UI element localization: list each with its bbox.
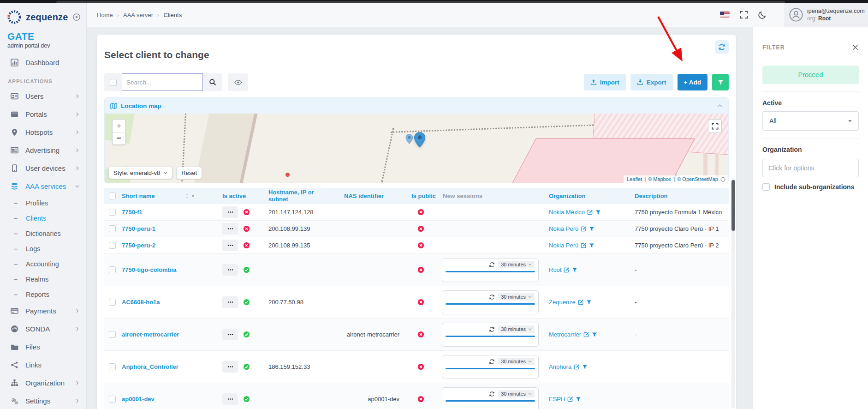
refresh-icon[interactable] (489, 359, 495, 365)
organization-link[interactable]: Root (549, 266, 561, 273)
refresh-icon[interactable] (489, 326, 495, 332)
new-sessions-widget[interactable]: 30 minutes (442, 355, 539, 379)
user-menu[interactable]: ipena@zequenze.com org: Root (784, 3, 868, 27)
search-input[interactable] (122, 73, 203, 91)
edit-icon[interactable] (581, 226, 587, 232)
close-icon[interactable] (852, 44, 859, 51)
visibility-button[interactable] (228, 73, 248, 91)
interval-select[interactable]: 30 minutes (498, 358, 535, 365)
funnel-icon[interactable] (595, 210, 601, 215)
sidebar-item-aaa-services[interactable]: AAA services (0, 177, 86, 195)
edit-icon[interactable] (581, 242, 587, 248)
select-all-checkbox[interactable] (110, 79, 117, 86)
organization-link[interactable]: Nokia México (549, 209, 585, 216)
row-actions-button[interactable] (222, 393, 238, 405)
sidebar-subitem-profiles[interactable]: –Profiles (0, 195, 86, 211)
funnel-icon[interactable] (576, 397, 581, 402)
row-checkbox[interactable] (109, 225, 116, 232)
info-icon[interactable] (720, 177, 725, 182)
column-header-nas[interactable]: NAS identifier (333, 192, 402, 199)
map-zoom-in-button[interactable]: + (113, 120, 125, 132)
client-name-link[interactable]: 7750-peru-2 (122, 242, 155, 249)
row-actions-button[interactable] (222, 206, 238, 218)
interval-select[interactable]: 30 minutes (498, 325, 535, 333)
client-name-link[interactable]: 7750-tigo-colombia (122, 266, 176, 273)
funnel-icon[interactable] (589, 226, 595, 232)
organization-link[interactable]: Anphora (549, 363, 571, 370)
location-map-header[interactable]: Location map (105, 98, 728, 114)
new-sessions-widget[interactable]: 30 minutes (442, 290, 539, 314)
organization-link[interactable]: ESPH (549, 396, 565, 403)
sidebar-item-user-devices[interactable]: User devices (0, 159, 86, 177)
sidebar-item-advertising[interactable]: Advertising (0, 141, 86, 159)
refresh-icon[interactable] (489, 294, 495, 300)
column-header-short-name[interactable]: Short name (120, 192, 222, 199)
header-checkbox[interactable] (109, 192, 116, 199)
funnel-icon[interactable] (592, 332, 597, 337)
row-checkbox[interactable] (109, 363, 116, 370)
row-checkbox[interactable] (109, 396, 116, 403)
sort-icon[interactable] (184, 193, 190, 198)
organization-link[interactable]: Nokia Perú (549, 225, 578, 232)
row-actions-button[interactable] (222, 329, 238, 340)
breadcrumb-item[interactable]: AAA server (123, 12, 153, 18)
include-sub-organizations-checkbox[interactable] (762, 183, 770, 191)
column-header-description[interactable]: Description (634, 192, 729, 199)
row-actions-button[interactable] (222, 264, 238, 276)
row-checkbox[interactable] (109, 299, 116, 306)
client-name-link[interactable]: 7750-f1 (122, 209, 143, 216)
osm-link[interactable]: © OpenStreetMap (677, 176, 718, 182)
row-actions-button[interactable] (222, 240, 238, 251)
interval-select[interactable]: 30 minutes (498, 390, 535, 397)
sidebar-subitem-accounting[interactable]: –Accounting (0, 256, 86, 271)
dark-mode-moon-icon[interactable] (758, 11, 767, 19)
client-name-link[interactable]: aironet-metrocarrier (122, 331, 179, 338)
row-actions-button[interactable] (222, 296, 238, 308)
edit-icon[interactable] (587, 209, 593, 215)
edit-icon[interactable] (567, 396, 573, 402)
sidebar-subitem-realms[interactable]: –Realms (0, 271, 86, 287)
sidebar-subitem-logs[interactable]: –Logs (0, 241, 86, 256)
client-name-link[interactable]: 7750-peru-1 (122, 225, 155, 232)
sidebar-collapse-icon[interactable] (72, 13, 81, 21)
funnel-icon[interactable] (582, 364, 588, 370)
sidebar-item-portals[interactable]: Portals (0, 105, 86, 123)
sidebar-item-hotspots[interactable]: Hotspots (0, 123, 86, 141)
map-style-select[interactable]: Style: emerald-v8 (108, 167, 172, 179)
refresh-icon[interactable] (489, 391, 495, 397)
interval-select[interactable]: 30 minutes (498, 293, 535, 301)
funnel-icon[interactable] (589, 243, 595, 248)
sidebar-item-settings[interactable]: Settings (0, 392, 86, 409)
column-header-hostname[interactable]: Hostname, IP or subnet (259, 189, 333, 203)
organization-link[interactable]: Zequenze (549, 299, 576, 306)
refresh-button[interactable] (715, 40, 729, 54)
table-scrollbar-thumb[interactable] (731, 180, 735, 231)
sidebar-item-payments[interactable]: Payments (0, 302, 86, 320)
active-filter-select[interactable]: All (762, 111, 859, 131)
new-sessions-widget[interactable]: 30 minutes (442, 258, 539, 282)
sidebar-item-dashboard[interactable]: Dashboard (0, 54, 86, 72)
table-filter-button[interactable] (712, 74, 729, 90)
language-flag-us-icon[interactable] (720, 12, 730, 18)
client-name-link[interactable]: AC6608-ho1a (122, 299, 160, 306)
new-sessions-widget[interactable]: 30 minutes (442, 387, 539, 409)
edit-icon[interactable] (564, 267, 570, 273)
client-name-link[interactable]: ap0001-dev (122, 396, 155, 403)
refresh-icon[interactable] (489, 262, 495, 268)
sidebar-item-files[interactable]: Files (0, 338, 86, 356)
row-actions-button[interactable] (222, 223, 238, 235)
mapbox-link[interactable]: © Mapbox (648, 176, 671, 182)
map-canvas[interactable]: + − Style: emerald-v8 Reset Leaflet | (105, 114, 728, 183)
funnel-icon[interactable] (572, 267, 577, 273)
sidebar-item-links[interactable]: Links (0, 356, 86, 374)
column-header-organization[interactable]: Organization (545, 192, 634, 199)
leaflet-link[interactable]: Leaflet (627, 176, 642, 182)
sidebar-item-users[interactable]: Users (0, 87, 86, 105)
fullscreen-icon[interactable] (740, 11, 748, 19)
row-checkbox[interactable] (109, 331, 116, 338)
breadcrumb-item[interactable]: Clients (163, 12, 182, 18)
interval-select[interactable]: 30 minutes (498, 261, 535, 268)
map-reset-button[interactable]: Reset (176, 167, 202, 179)
edit-icon[interactable] (574, 364, 580, 370)
import-button[interactable]: Import (584, 74, 626, 90)
